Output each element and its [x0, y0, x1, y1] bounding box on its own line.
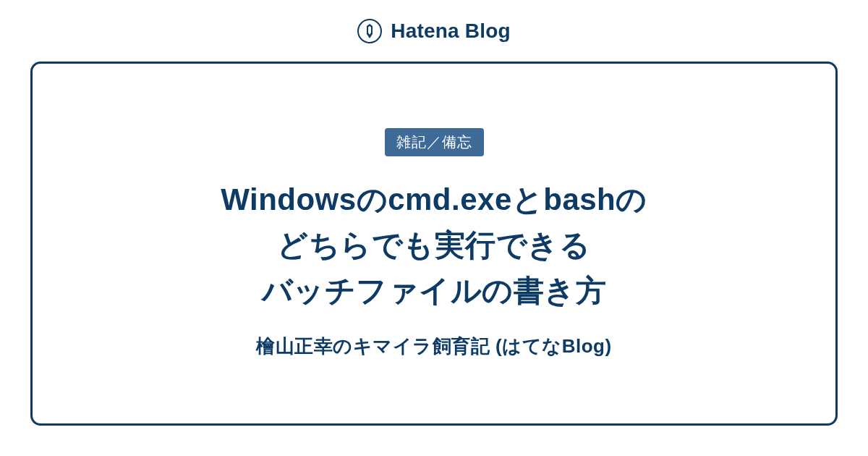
title-line: どちらでも実行できる: [221, 222, 647, 268]
title-line: バッチファイルの書き方: [221, 268, 647, 313]
article-title: Windowsのcmd.exeとbashの どちらでも実行できる バッチファイル…: [221, 177, 647, 313]
site-header: Hatena Blog: [0, 0, 868, 62]
blog-name: 檜山正幸のキマイラ飼育記 (はてなBlog): [256, 334, 611, 359]
site-brand-name: Hatena Blog: [391, 20, 511, 43]
category-tag: 雑記／備忘: [385, 128, 484, 156]
hatena-logo-icon: [357, 19, 382, 43]
title-line: Windowsのcmd.exeとbashの: [221, 177, 647, 222]
article-card: 雑記／備忘 Windowsのcmd.exeとbashの どちらでも実行できる バ…: [30, 62, 838, 426]
